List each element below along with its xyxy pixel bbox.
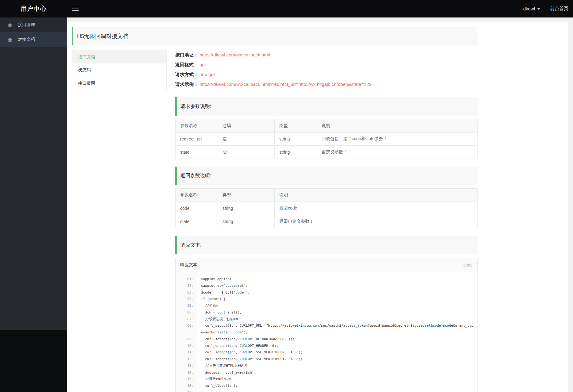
code-line: 09. curl_setopt($ch, CURLOPT_RETURNTRANS… [176,336,477,343]
cell: 返回code [275,202,478,215]
code-block-title: 响应文本 [180,262,197,268]
line-number: 01. [176,276,197,282]
line-number: 16. [176,382,197,389]
cell: string [275,133,317,146]
column-header: 类型 [218,189,275,202]
info-label: 返回格式： [175,62,198,67]
app-logo: 用户中心 [0,5,67,13]
info-label: 请求示例： [175,82,198,87]
front-home-link[interactable]: 前台首页 [550,6,568,12]
code-text: $appid='appid'; [197,276,477,282]
column-header: 说明 [317,119,478,133]
page-title: H5无限回调对接文档 [72,27,478,45]
code-line: 05. //初始化 [176,302,477,309]
sidebar: 接口管理 对接文档 [0,17,67,392]
column-header: 参数名称 [176,119,218,133]
submenu-item-status-code[interactable]: 状态码 [72,63,166,77]
line-number: 10. [176,343,197,349]
code-text: $code = $_GET['code']; [197,289,477,296]
info-label: 接口地址： [175,52,198,57]
code-line: 07. //设置选项，包括URL [176,316,477,323]
code-line: 12. curl_setopt($ch, CURLOPT_SSL_VERIFYH… [176,356,477,363]
request-example-line: 请求示例： https://dkewl.com/wx-callback.html… [175,79,478,89]
code-line: 17.} [176,389,477,392]
table-row: state 否 string 自定义参数！ [176,146,478,159]
request-params-table: 参数名称 必填 类型 说明 redirect_uri 是 string [175,119,478,159]
code-line: 13. //执行并获取HTML文档内容 [176,363,477,369]
return-format-value: get [199,62,206,67]
hamburger-menu-icon[interactable] [72,6,79,12]
code-text: $appsecret='appsecret'; [197,282,477,289]
line-number: 12. [176,356,197,363]
sidebar-item-docs[interactable]: 对接文档 [0,32,67,47]
column-header: 必填 [218,119,275,133]
cell: 返回自定义参数！ [275,215,478,228]
code-text: curl_setopt($ch, CURLOPT_HEADER, 0); [197,343,477,349]
cell: string [218,202,275,215]
line-number: 14. [176,369,197,376]
api-url-link[interactable]: https://dkewl.com/wx-callback.html [199,52,270,57]
user-menu[interactable]: dkewl [523,6,540,11]
line-number: 04. [176,296,197,302]
home-icon [7,37,13,42]
code-text: if ($code) { [197,296,477,302]
line-number: 15. [176,376,197,382]
cell: 是 [218,133,275,146]
code-text: curl_setopt($ch, CURLOPT_SSL_VERIFYHOST,… [197,356,477,363]
code-line: 15. //释放curl句柄 [176,376,477,382]
cell: state [176,215,218,228]
code-line: 04.if ($code) { [176,296,477,302]
code-line: 01.$appid='appid'; [176,276,477,282]
hamburger-bar [72,7,79,7]
cell: 回调链接，接口code和state参数！ [317,133,478,146]
code-text: } [197,389,477,392]
code-line: 16. curl_close($ch); [176,382,477,389]
response-params-title: 返回参数说明: [175,167,478,185]
table-header-row: 参数名称 必填 类型 说明 [176,119,478,133]
home-icon [7,22,13,28]
column-header: 说明 [275,189,478,202]
line-number: 09. [176,336,197,343]
code-line: 06. $ch = curl_init(); [176,309,477,316]
request-example-link[interactable]: https://dkewl.com/wx-callback.html?redir… [199,82,371,87]
cell: 自定义参数！ [317,146,478,159]
sidebar-item-api-management[interactable]: 接口管理 [0,17,67,32]
code-text: //执行并获取HTML文档内容 [197,363,477,369]
cell: state [176,146,218,159]
request-method-line: 请求方式： http get [175,70,478,79]
line-number: 07. [176,316,197,323]
column-header: 类型 [275,119,317,133]
cell: redirect_uri [176,133,218,146]
line-number: 11. [176,349,197,356]
code-text: //初始化 [197,302,477,309]
code-text: //释放curl句柄 [197,376,477,382]
doc-content: 接口地址： https://dkewl.com/wx-callback.html… [175,50,478,392]
cell: 否 [218,146,275,159]
doc-submenu: 接口文档 状态码 接口费用 [72,50,167,90]
header-right: dkewl 前台首页 [523,6,573,12]
info-label: 请求方式： [175,72,198,77]
cell: string [275,146,317,159]
code-line: 14. $output = curl_exec($ch); [176,369,477,376]
code-body: 01.$appid='appid'; 02.$appsecret='appsec… [176,272,477,392]
return-format-line: 返回格式： get [175,60,478,70]
hamburger-bar [72,10,79,11]
submenu-item-api-doc[interactable]: 接口文档 [72,50,166,63]
submenu-item-api-fee[interactable]: 接口费用 [72,77,166,90]
code-line: 11. curl_setopt($ch, CURLOPT_SSL_VERIFYP… [176,349,477,356]
cell: code [176,202,218,215]
line-number: 06. [176,309,197,316]
hamburger-bar [72,9,79,9]
sidebar-item-label: 接口管理 [18,22,35,28]
table-row: redirect_uri 是 string 回调链接，接口code和state参… [176,133,478,146]
request-params-title: 请求参数说明: [175,97,478,116]
chevron-down-icon [537,8,540,10]
response-text-title: 响应文本: [175,236,478,254]
code-line: 08. curl_setopt($ch, CURLOPT_URL, "https… [176,322,477,336]
line-number: 03. [176,289,197,296]
response-params-table: 参数名称 类型 说明 code string 返回code [175,188,478,228]
code-line: 10. curl_setopt($ch, CURLOPT_HEADER, 0); [176,343,477,349]
line-number: 08. [176,322,197,336]
line-number: 05. [176,302,197,309]
code-text: curl_setopt($ch, CURLOPT_SSL_VERIFYPEER,… [197,349,477,356]
